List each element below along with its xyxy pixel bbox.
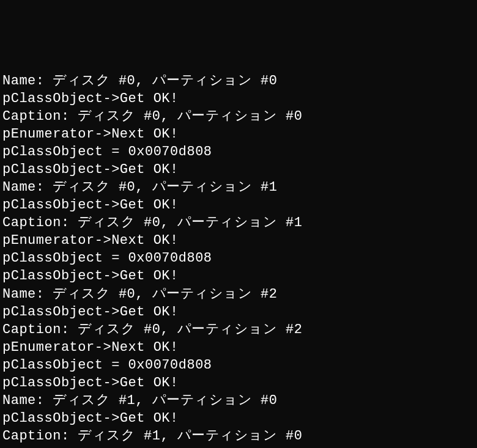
terminal-line: pEnumerator->Next OK! <box>2 339 475 356</box>
terminal-output: Name: ディスク #0, パーティション #0pClassObject->G… <box>2 72 475 448</box>
terminal-line: pEnumerator->Next OK! <box>2 232 475 249</box>
terminal-line: pClassObject->Get OK! <box>2 303 475 321</box>
terminal-line: Name: ディスク #0, パーティション #2 <box>2 285 475 303</box>
terminal-line: pClassObject->Get OK! <box>2 374 475 392</box>
terminal-line: pClassObject->Get OK! <box>2 161 475 178</box>
terminal-line: pClassObject->Get OK! <box>2 267 475 285</box>
terminal-line: Caption: ディスク #1, パーティション #0 <box>2 427 475 445</box>
terminal-line: Caption: ディスク #0, パーティション #0 <box>2 108 475 125</box>
terminal-line: pEnumerator->Next OK! <box>2 125 475 143</box>
terminal-line: Name: ディスク #0, パーティション #1 <box>2 178 475 196</box>
terminal-line: Caption: ディスク #0, パーティション #2 <box>2 321 475 339</box>
terminal-line: pClassObject = 0x0070d808 <box>2 356 475 374</box>
terminal-line: Name: ディスク #1, パーティション #0 <box>2 392 475 409</box>
terminal-line: Caption: ディスク #0, パーティション #1 <box>2 214 475 232</box>
terminal-line: pClassObject->Get OK! <box>2 196 475 214</box>
terminal-line: pEnumerator->Next OK! <box>2 445 475 448</box>
terminal-line: pClassObject = 0x0070d808 <box>2 143 475 161</box>
terminal-line: pClassObject->Get OK! <box>2 90 475 108</box>
terminal-line: pClassObject = 0x0070d808 <box>2 249 475 267</box>
terminal-line: Name: ディスク #0, パーティション #0 <box>2 72 475 90</box>
terminal-line: pClassObject->Get OK! <box>2 409 475 427</box>
